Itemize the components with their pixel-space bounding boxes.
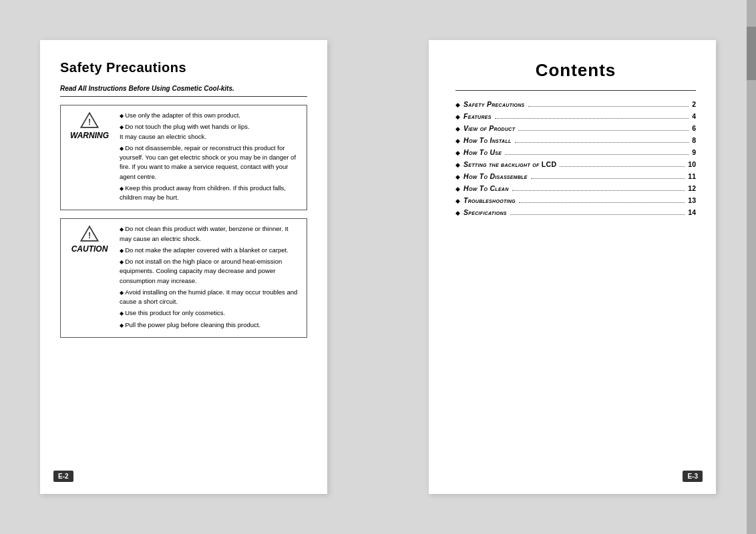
contents-item-backlight: ◆ Setting the backlight of LCD 10 bbox=[455, 160, 696, 168]
contents-item-specs: ◆ Specifications 14 bbox=[455, 208, 696, 216]
safety-subtitle: Read All Instructions Before Using Cosme… bbox=[60, 85, 307, 97]
contents-label-install: How To Install bbox=[463, 136, 512, 144]
dots-troubleshoot bbox=[519, 202, 685, 203]
bullet-icon: ◆ bbox=[455, 210, 460, 216]
bullet-icon: ◆ bbox=[455, 198, 460, 204]
page-number-right: E-3 bbox=[683, 471, 703, 482]
page-num-use: 9 bbox=[692, 148, 696, 156]
page-num-install: 8 bbox=[692, 136, 696, 144]
scrollbar[interactable] bbox=[747, 0, 756, 534]
left-page: Safety Precautions Read All Instructions… bbox=[0, 0, 378, 534]
bullet-icon: ◆ bbox=[455, 174, 460, 180]
warning-content: Use only the adapter of this own product… bbox=[120, 111, 301, 204]
contents-label-safety: Safety Precautions bbox=[463, 100, 525, 108]
warning-text: WARNING bbox=[70, 131, 109, 140]
dots-backlight bbox=[560, 166, 685, 167]
warning-box: ! WARNING Use only the adapter of this o… bbox=[60, 105, 307, 210]
contents-item-clean: ◆ How To Clean 12 bbox=[455, 184, 696, 192]
contents-title: Contents bbox=[455, 60, 696, 81]
contents-item-install: ◆ How To Install 8 bbox=[455, 136, 696, 144]
dots-disassemble bbox=[531, 178, 685, 179]
page-spread: Safety Precautions Read All Instructions… bbox=[0, 0, 756, 534]
contents-item-troubleshoot: ◆ Troubleshooting 13 bbox=[455, 196, 696, 204]
caution-item-1: Do not clean this product with water, be… bbox=[120, 224, 301, 244]
page-num-view: 6 bbox=[692, 124, 696, 132]
dots-view bbox=[518, 130, 689, 131]
contents-label-use: How To Use bbox=[463, 148, 502, 156]
contents-label-features: Features bbox=[463, 112, 492, 120]
contents-item-view: ◆ View of Product 6 bbox=[455, 124, 696, 132]
contents-item-disassemble: ◆ How To Disassemble 11 bbox=[455, 172, 696, 180]
bullet-icon: ◆ bbox=[455, 138, 460, 144]
page-num-features: 4 bbox=[692, 112, 696, 120]
contents-paper: Contents ◆ Safety Precautions 2 ◆ Featur… bbox=[429, 40, 716, 494]
page-num-backlight: 10 bbox=[688, 160, 696, 168]
caution-item-6: Pull the power plug before cleaning this… bbox=[120, 320, 301, 330]
page-num-clean: 12 bbox=[688, 184, 696, 192]
contents-label-clean: How To Clean bbox=[463, 184, 509, 192]
contents-item-use: ◆ How To Use 9 bbox=[455, 148, 696, 156]
caution-label-area: ! CAUTION bbox=[66, 224, 113, 254]
warning-item-2: Do not touch the plug with wet hands or … bbox=[120, 122, 301, 142]
contents-label-backlight: Setting the backlight of LCD bbox=[463, 160, 556, 168]
page-num-specs: 14 bbox=[688, 208, 696, 216]
caution-item-3: Do not install on the high place or arou… bbox=[120, 257, 301, 286]
dots-install bbox=[515, 142, 689, 143]
contents-label-specs: Specifications bbox=[463, 208, 507, 216]
contents-divider bbox=[455, 90, 696, 91]
warning-label-area: ! WARNING bbox=[66, 111, 113, 140]
bullet-icon: ◆ bbox=[455, 150, 460, 156]
dots-use bbox=[505, 154, 689, 155]
dots-safety bbox=[528, 106, 689, 107]
dots-clean bbox=[512, 190, 685, 191]
bullet-icon: ◆ bbox=[455, 162, 460, 168]
bullet-icon: ◆ bbox=[455, 113, 460, 120]
warning-item-4: Keep this product away from children. If… bbox=[120, 184, 301, 203]
warning-item-3: Do not disassemble, repair or reconstruc… bbox=[120, 144, 301, 182]
dots-specs bbox=[510, 214, 685, 215]
svg-text:!: ! bbox=[88, 117, 91, 127]
page-num-disassemble: 11 bbox=[688, 172, 696, 180]
caution-box: ! CAUTION Do not clean this product with… bbox=[60, 218, 307, 338]
contents-item-safety: ◆ Safety Precautions 2 bbox=[455, 100, 696, 108]
caution-item-4: Avoid installing on the humid place. It … bbox=[120, 288, 301, 307]
bullet-icon: ◆ bbox=[455, 101, 460, 108]
page-num-safety: 2 bbox=[692, 100, 696, 108]
scrollbar-thumb[interactable] bbox=[747, 27, 756, 80]
contents-label-disassemble: How To Disassemble bbox=[463, 172, 528, 180]
safety-precautions-paper: Safety Precautions Read All Instructions… bbox=[40, 40, 327, 494]
page-number-left: E-2 bbox=[53, 471, 73, 482]
bullet-icon: ◆ bbox=[455, 186, 460, 192]
caution-item-5: Use this product for only cosmetics. bbox=[120, 308, 301, 318]
caution-item-2: Do not make the adapter covered with a b… bbox=[120, 246, 301, 255]
page-num-troubleshoot: 13 bbox=[688, 196, 696, 204]
contents-label-view: View of Product bbox=[463, 124, 515, 132]
right-page: Contents ◆ Safety Precautions 2 ◆ Featur… bbox=[378, 0, 756, 534]
safety-title: Safety Precautions bbox=[60, 60, 307, 75]
caution-text: CAUTION bbox=[71, 244, 108, 254]
dots-features bbox=[495, 118, 689, 119]
contents-label-troubleshoot: Troubleshooting bbox=[463, 196, 516, 204]
caution-content: Do not clean this product with water, be… bbox=[120, 224, 301, 332]
warning-triangle-icon: ! bbox=[80, 111, 99, 129]
bullet-icon: ◆ bbox=[455, 125, 460, 132]
svg-text:!: ! bbox=[88, 231, 91, 240]
warning-item-1: Use only the adapter of this own product… bbox=[120, 111, 301, 120]
contents-item-features: ◆ Features 4 bbox=[455, 112, 696, 120]
caution-triangle-icon: ! bbox=[80, 224, 99, 243]
